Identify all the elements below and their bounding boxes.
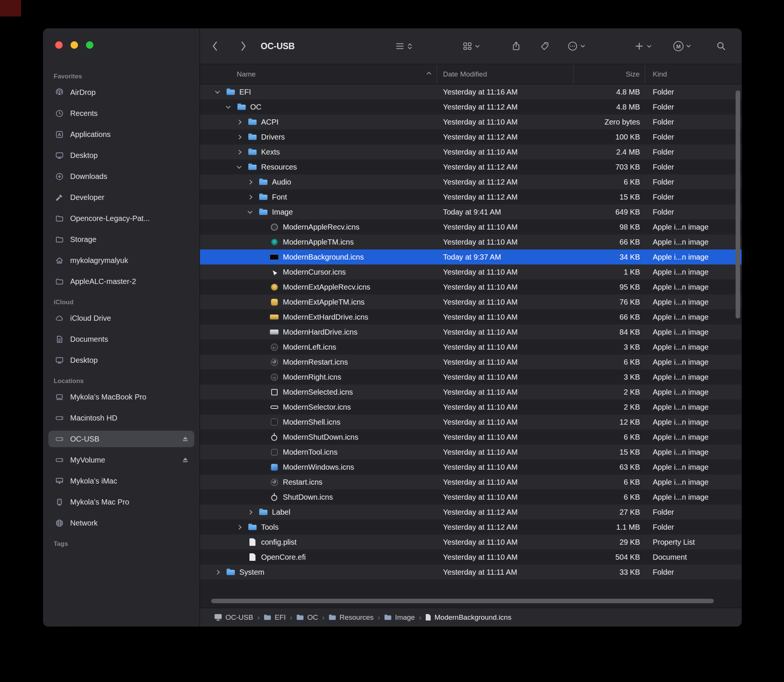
- file-row[interactable]: ModernWindows.icnsYesterday at 11:10 AM6…: [200, 459, 742, 475]
- horizontal-scrollbar[interactable]: [211, 599, 714, 603]
- file-row[interactable]: ModernTool.icnsYesterday at 11:10 AM15 K…: [200, 445, 742, 459]
- file-row[interactable]: OpenCore.efiYesterday at 11:10 AM504 KBD…: [200, 550, 742, 564]
- file-row[interactable]: ResourcesYesterday at 11:12 AM703 KBFold…: [200, 159, 742, 174]
- sidebar-item-oc-usb[interactable]: OC-USB: [48, 431, 194, 447]
- sidebar-item-mykola-s-mac-pro[interactable]: Mykola’s Mac Pro: [48, 494, 194, 510]
- column-header-name[interactable]: Name: [200, 64, 437, 84]
- file-row[interactable]: ModernBackground.icnsToday at 9:37 AM34 …: [200, 249, 742, 265]
- file-row[interactable]: ModernAppleRecv.icnsYesterday at 11:10 A…: [200, 220, 742, 234]
- sidebar-item-downloads[interactable]: Downloads: [48, 168, 194, 185]
- file-row[interactable]: ModernCursor.icnsYesterday at 11:10 AM1 …: [200, 265, 742, 279]
- file-row[interactable]: ModernExtHardDrive.icnsYesterday at 11:1…: [200, 309, 742, 325]
- file-row[interactable]: EFIYesterday at 11:16 AM4.8 MBFolder: [200, 84, 742, 99]
- view-button[interactable]: [395, 41, 412, 51]
- close-button[interactable]: [55, 41, 63, 49]
- add-button[interactable]: [634, 41, 652, 51]
- sidebar-item-macintosh-hd[interactable]: Macintosh HD: [48, 410, 194, 426]
- kind-cell: Folder: [645, 88, 742, 96]
- file-row[interactable]: OCYesterday at 11:12 AM4.8 MBFolder: [200, 99, 742, 115]
- path-item-oc-usb[interactable]: OC-USB: [214, 613, 253, 621]
- file-row[interactable]: LabelYesterday at 11:12 AM27 KBFolder: [200, 505, 742, 519]
- file-row[interactable]: ModernSelector.icnsYesterday at 11:10 AM…: [200, 400, 742, 414]
- file-row[interactable]: ShutDown.icnsYesterday at 11:10 AM6 KBAp…: [200, 489, 742, 505]
- file-row[interactable]: ACPIYesterday at 11:10 AMZero bytesFolde…: [200, 115, 742, 129]
- folder-icon: [226, 87, 236, 97]
- file-row[interactable]: KextsYesterday at 11:10 AM2.4 MBFolder: [200, 144, 742, 159]
- sidebar-item-developer[interactable]: Developer: [48, 189, 194, 206]
- sidebar-item-desktop[interactable]: Desktop: [48, 352, 194, 368]
- search-button[interactable]: [716, 41, 726, 51]
- column-header-size[interactable]: Size: [574, 64, 645, 84]
- file-row[interactable]: FontYesterday at 11:12 AM15 KBFolder: [200, 190, 742, 204]
- file-row[interactable]: config.plistYesterday at 11:10 AM29 KBPr…: [200, 535, 742, 550]
- eject-icon[interactable]: [182, 435, 190, 443]
- sidebar-item-opencore-legacy-pat[interactable]: Opencore-Legacy-Pat...: [48, 210, 194, 226]
- black-rect-icon: [269, 252, 279, 262]
- sidebar-item-myvolume[interactable]: MyVolume: [48, 452, 194, 468]
- sidebar-item-desktop[interactable]: Desktop: [48, 147, 194, 164]
- file-row[interactable]: ModernExtAppleTM.icnsYesterday at 11:10 …: [200, 295, 742, 309]
- zoom-button[interactable]: [86, 41, 93, 49]
- disclosure-chevron-icon[interactable]: [237, 120, 242, 124]
- file-row[interactable]: ModernRestart.icnsYesterday at 11:10 AM6…: [200, 354, 742, 370]
- tag-button[interactable]: [540, 41, 550, 51]
- disclosure-chevron-icon[interactable]: [215, 89, 220, 94]
- sidebar-item-network[interactable]: Network: [48, 515, 194, 531]
- sidebar-item-mykolagrymalyuk[interactable]: mykolagrymalyuk: [48, 252, 194, 269]
- file-row[interactable]: ModernLeft.icnsYesterday at 11:10 AM3 KB…: [200, 339, 742, 354]
- file-row[interactable]: DriversYesterday at 11:12 AM100 KBFolder: [200, 129, 742, 144]
- path-item-resources[interactable]: Resources: [328, 613, 374, 621]
- path-item-oc[interactable]: OC: [296, 613, 318, 621]
- column-header-kind[interactable]: Kind: [645, 64, 742, 84]
- path-item-modernbackground-icns[interactable]: ModernBackground.icns: [425, 613, 511, 621]
- sidebar-item-storage[interactable]: Storage: [48, 231, 194, 248]
- file-row[interactable]: ModernRight.icnsYesterday at 11:10 AM3 K…: [200, 370, 742, 384]
- date-cell: Yesterday at 11:10 AM: [437, 223, 574, 231]
- file-row[interactable]: ModernSelected.icnsYesterday at 11:10 AM…: [200, 384, 742, 400]
- disclosure-chevron-icon[interactable]: [215, 570, 220, 575]
- folder-icon: [248, 132, 257, 142]
- file-row[interactable]: AudioYesterday at 11:12 AM6 KBFolder: [200, 174, 742, 190]
- disclosure-chevron-icon[interactable]: [226, 104, 231, 109]
- disclosure-chevron-icon[interactable]: [248, 180, 252, 185]
- sidebar-item-recents[interactable]: Recents: [48, 105, 194, 121]
- sidebar-item-mykola-s-imac[interactable]: Mykola’s iMac: [48, 473, 194, 489]
- file-row[interactable]: SystemYesterday at 11:11 AM33 KBFolder: [200, 564, 742, 580]
- file-row[interactable]: ModernShell.icnsYesterday at 11:10 AM12 …: [200, 414, 742, 430]
- date-cell: Yesterday at 11:10 AM: [437, 433, 574, 441]
- file-row[interactable]: ImageToday at 9:41 AM649 KBFolder: [200, 204, 742, 220]
- disclosure-chevron-icon[interactable]: [237, 164, 242, 169]
- sidebar-item-icloud-drive[interactable]: iCloud Drive: [48, 310, 194, 327]
- path-item-image[interactable]: Image: [384, 613, 415, 621]
- account-button[interactable]: M: [673, 41, 691, 51]
- sidebar-item-airdrop[interactable]: AirDrop: [48, 84, 194, 100]
- file-row[interactable]: Restart.icnsYesterday at 11:10 AM6 KBApp…: [200, 475, 742, 489]
- file-row[interactable]: ModernAppleTM.icnsYesterday at 11:10 AM6…: [200, 234, 742, 249]
- sidebar-item-label: Recents: [70, 109, 190, 118]
- file-row[interactable]: ModernHardDrive.icnsYesterday at 11:10 A…: [200, 325, 742, 339]
- group-button[interactable]: [462, 41, 480, 51]
- disclosure-chevron-icon[interactable]: [237, 525, 242, 530]
- file-row[interactable]: ModernShutDown.icnsYesterday at 11:10 AM…: [200, 430, 742, 445]
- sidebar-item-applealc-master-2[interactable]: AppleALC-master-2: [48, 273, 194, 290]
- disclosure-chevron-icon[interactable]: [248, 510, 252, 515]
- sidebar-item-mykola-s-macbook-pro[interactable]: Mykola’s MacBook Pro: [48, 389, 194, 405]
- file-row[interactable]: ModernExtAppleRecv.icnsYesterday at 11:1…: [200, 279, 742, 295]
- share-button[interactable]: [511, 41, 521, 51]
- minimize-button[interactable]: [70, 41, 78, 49]
- date-cell: Yesterday at 11:10 AM: [437, 343, 574, 352]
- eject-icon[interactable]: [182, 456, 190, 464]
- forward-button[interactable]: [240, 40, 247, 52]
- disclosure-chevron-icon[interactable]: [248, 209, 252, 214]
- vertical-scrollbar[interactable]: [736, 91, 740, 319]
- disclosure-chevron-icon[interactable]: [237, 150, 242, 155]
- disclosure-chevron-icon[interactable]: [248, 195, 252, 199]
- sidebar-item-documents[interactable]: Documents: [48, 331, 194, 347]
- file-row[interactable]: ToolsYesterday at 11:12 AM1.1 MBFolder: [200, 519, 742, 535]
- path-item-efi[interactable]: EFI: [264, 613, 286, 621]
- sidebar-item-applications[interactable]: Applications: [48, 126, 194, 143]
- more-button[interactable]: [567, 41, 585, 51]
- column-header-date-modified[interactable]: Date Modified: [437, 64, 574, 84]
- disclosure-chevron-icon[interactable]: [237, 135, 242, 140]
- back-button[interactable]: [211, 40, 219, 52]
